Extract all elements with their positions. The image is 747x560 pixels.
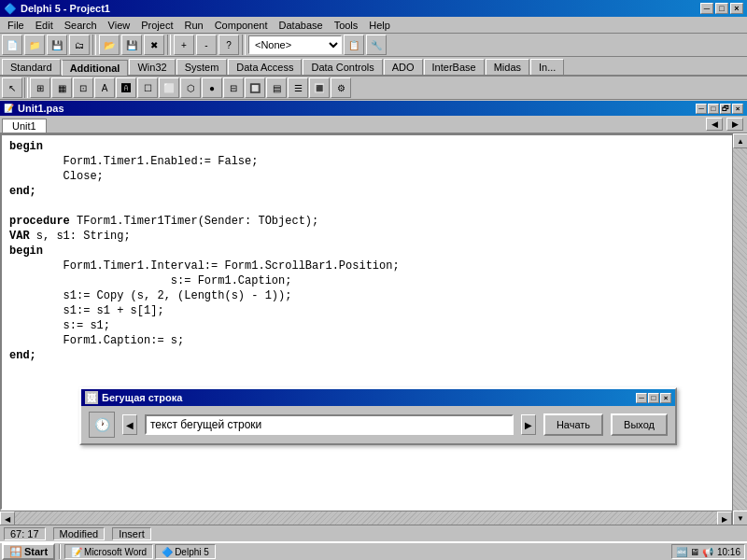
comp-9[interactable]: ●: [202, 77, 222, 98]
dialog-title-bar: 🖼 Бегущая строка ─ □ ×: [81, 389, 675, 406]
editor-maximize-button[interactable]: □: [708, 104, 719, 114]
save-all-button[interactable]: 🗂: [69, 35, 90, 55]
nav-arrows: ◀ ▶: [702, 116, 747, 133]
code-line-13: s:= s1;: [9, 318, 726, 333]
select-tool[interactable]: ↖: [2, 77, 22, 98]
comp-11[interactable]: 🔲: [245, 77, 265, 98]
start-button[interactable]: 🪟 Start: [2, 543, 55, 560]
dialog-maximize-button[interactable]: □: [648, 393, 659, 403]
new-button[interactable]: 📄: [2, 35, 22, 55]
combo-btn-1[interactable]: 📋: [344, 35, 364, 55]
start-button[interactable]: Начать: [543, 413, 603, 436]
editor-container: 📝 Unit1.pas ─ □ 🗗 × Unit1 ◀ ▶ begin: [0, 101, 747, 525]
comp-14[interactable]: 🔳: [309, 77, 330, 98]
comp-7[interactable]: ⬜: [159, 77, 179, 98]
component-combo[interactable]: <None>: [248, 35, 342, 54]
code-line-4: end;: [9, 184, 726, 199]
menu-file[interactable]: File: [2, 19, 30, 32]
dialog-content: 🕐 ◀ ▶ Начать Выход: [81, 406, 675, 443]
comp-4[interactable]: A: [94, 77, 115, 98]
editor-title-text: Unit1.pas: [18, 103, 64, 114]
nav-left[interactable]: ◀: [706, 118, 723, 131]
help-button[interactable]: ?: [218, 35, 239, 55]
code-tab-unit1[interactable]: Unit1: [2, 119, 47, 133]
tab-ado[interactable]: ADO: [384, 59, 423, 75]
editor-close-button[interactable]: ×: [732, 104, 743, 114]
code-tabs-row: Unit1 ◀ ▶: [0, 116, 747, 133]
dialog-clock-icon: 🕐: [89, 412, 115, 438]
exit-button[interactable]: Выход: [611, 413, 668, 436]
editor-minimize-button[interactable]: ─: [696, 104, 707, 114]
comp-6[interactable]: ☐: [137, 77, 158, 98]
comp-10[interactable]: ⊟: [223, 77, 244, 98]
horizontal-scrollbar[interactable]: ◀ ▶: [0, 511, 732, 525]
menu-component[interactable]: Component: [209, 19, 274, 32]
menu-tools[interactable]: Tools: [329, 19, 364, 32]
scroll-up-button[interactable]: ▲: [733, 133, 747, 148]
comp-8[interactable]: ⬡: [180, 77, 201, 98]
comp-15[interactable]: ⚙: [331, 77, 351, 98]
menu-run[interactable]: Run: [178, 19, 208, 32]
minimize-button[interactable]: ─: [700, 3, 713, 14]
vertical-scrollbar[interactable]: ▲ ▼: [732, 133, 747, 525]
code-line-15: end;: [9, 348, 726, 363]
comp-5[interactable]: 🅰: [116, 77, 136, 98]
tab-win32[interactable]: Win32: [129, 59, 175, 75]
taskbar-item-word[interactable]: 📝 Microsoft Word: [64, 544, 153, 559]
menu-database[interactable]: Database: [274, 19, 329, 32]
scroll-text-left[interactable]: ◀: [122, 414, 137, 435]
tab-interbase[interactable]: InterBase: [424, 59, 485, 75]
remove-file-button[interactable]: -: [196, 35, 217, 55]
scroll-htrack: [15, 511, 717, 525]
tab-data-access[interactable]: Data Access: [228, 59, 302, 75]
component-tabs: Standard Additional Win32 System Data Ac…: [0, 57, 747, 77]
nav-right[interactable]: ▶: [726, 118, 743, 131]
combo-btn-2[interactable]: 🔧: [366, 35, 387, 55]
code-editor[interactable]: begin Form1.Timer1.Enabled:= False; Clos…: [0, 133, 747, 511]
tab-in[interactable]: In...: [530, 59, 564, 75]
maximize-button[interactable]: □: [715, 3, 728, 14]
close-proj-button[interactable]: ✖: [144, 35, 164, 55]
comp-3[interactable]: ⊡: [73, 77, 93, 98]
tab-additional[interactable]: Additional: [62, 60, 129, 76]
menu-view[interactable]: View: [103, 19, 136, 32]
menu-help[interactable]: Help: [363, 19, 396, 32]
start-icon: 🪟: [9, 546, 22, 558]
open-button[interactable]: 📁: [24, 35, 45, 55]
sep-2: [24, 77, 28, 98]
editor-restore-button[interactable]: 🗗: [720, 104, 731, 114]
tab-standard[interactable]: Standard: [2, 59, 61, 75]
scroll-track: [733, 148, 747, 511]
menu-search[interactable]: Search: [59, 19, 103, 32]
code-line-10: s:= Form1.Caption;: [9, 273, 726, 288]
tab-data-controls[interactable]: Data Controls: [303, 59, 382, 75]
open-proj-button[interactable]: 📂: [99, 35, 120, 55]
save-button[interactable]: 💾: [47, 35, 67, 55]
status-bar: 67: 17 Modified Insert: [0, 525, 747, 541]
word-label: Microsoft Word: [84, 547, 147, 557]
add-file-button[interactable]: +: [174, 35, 194, 55]
toolbar-separator-3: [242, 35, 246, 55]
marquee-text-input[interactable]: [145, 414, 514, 435]
tab-system[interactable]: System: [176, 59, 228, 75]
taskbar-item-delphi[interactable]: 🔷 Delphi 5: [155, 544, 216, 559]
code-line-11: s1:= Copy (s, 2, (Length(s) - 1));: [9, 288, 726, 303]
close-button[interactable]: ×: [730, 3, 743, 14]
menu-edit[interactable]: Edit: [30, 19, 59, 32]
dialog-minimize-button[interactable]: ─: [636, 393, 647, 403]
app-title-bar: 🔷 Delphi 5 - Project1 ─ □ ×: [0, 0, 747, 17]
comp-1[interactable]: ⊞: [30, 77, 50, 98]
save-proj-button[interactable]: 💾: [121, 35, 142, 55]
tab-midas[interactable]: Midas: [486, 59, 529, 75]
menu-project[interactable]: Project: [135, 19, 178, 32]
comp-13[interactable]: ☰: [288, 77, 308, 98]
modified-status: Modified: [53, 527, 106, 540]
comp-12[interactable]: ▤: [266, 77, 287, 98]
code-line-6: procedure TForm1.Timer1Timer(Sender: TOb…: [9, 214, 726, 229]
editor-title-icon: 📝: [4, 104, 14, 113]
scroll-down-button[interactable]: ▼: [733, 511, 747, 525]
comp-2[interactable]: ▦: [51, 77, 72, 98]
delphi-label: Delphi 5: [175, 547, 209, 557]
scroll-text-right[interactable]: ▶: [521, 414, 536, 435]
dialog-close-button[interactable]: ×: [660, 393, 671, 403]
